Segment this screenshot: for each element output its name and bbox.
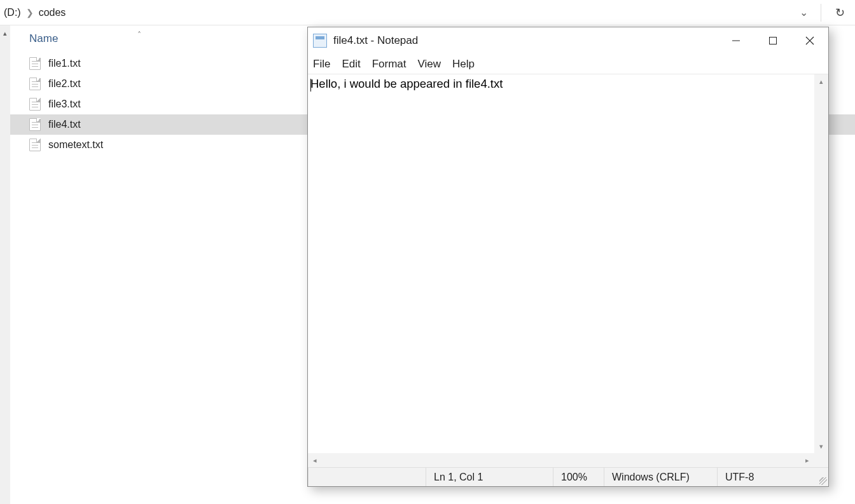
chevron-right-icon: ❯ <box>26 8 34 18</box>
menu-format[interactable]: Format <box>372 58 407 71</box>
menu-view[interactable]: View <box>418 58 441 71</box>
divider <box>308 468 309 486</box>
resize-grip-icon[interactable] <box>819 477 827 485</box>
status-encoding: UTF-8 <box>717 468 828 486</box>
text-file-icon <box>29 118 41 131</box>
svg-rect-1 <box>770 37 777 44</box>
menu-help[interactable]: Help <box>452 58 475 71</box>
scroll-up-icon[interactable]: ▴ <box>0 29 10 37</box>
breadcrumb-drive[interactable]: (D:) <box>4 7 21 18</box>
scroll-right-icon[interactable]: ▸ <box>800 456 814 465</box>
minimize-button[interactable] <box>718 27 754 54</box>
vertical-scrollbar[interactable]: ▴ ▾ <box>814 74 828 453</box>
scroll-down-icon[interactable]: ▾ <box>814 439 828 453</box>
explorer-address-bar: (D:) ❯ codes ⌄ ↻ <box>0 0 855 25</box>
breadcrumb[interactable]: (D:) ❯ codes <box>4 7 66 18</box>
notepad-titlebar[interactable]: file4.txt - Notepad <box>308 27 828 54</box>
column-header-label: Name <box>29 32 58 45</box>
scroll-left-icon[interactable]: ◂ <box>308 456 322 465</box>
menu-edit[interactable]: Edit <box>342 58 360 71</box>
divider <box>821 4 821 22</box>
notepad-window: file4.txt - Notepad File Edit Format Vie… <box>307 27 829 487</box>
history-dropdown-button[interactable]: ⌄ <box>795 4 813 21</box>
file-name: file2.txt <box>48 78 81 90</box>
file-name: file1.txt <box>48 58 81 69</box>
file-name: sometext.txt <box>48 139 103 151</box>
notepad-text-area[interactable]: Hello, i would be appeared in file4.txt <box>308 74 814 453</box>
notepad-menubar: File Edit Format View Help <box>308 54 828 74</box>
status-position: Ln 1, Col 1 <box>426 468 553 486</box>
text-file-icon <box>29 139 41 151</box>
refresh-button[interactable]: ↻ <box>829 3 851 22</box>
close-button[interactable] <box>791 27 828 54</box>
file-name: file4.txt <box>48 119 81 130</box>
maximize-icon <box>768 36 777 45</box>
chevron-up-icon: ˄ <box>137 31 141 39</box>
text-file-icon <box>29 98 41 111</box>
nav-scrollbar[interactable]: ▴ <box>0 25 10 504</box>
minimize-icon <box>732 36 740 45</box>
breadcrumb-folder[interactable]: codes <box>39 7 66 18</box>
menu-file[interactable]: File <box>313 58 330 71</box>
status-zoom: 100% <box>553 468 604 486</box>
scroll-up-icon[interactable]: ▴ <box>814 74 828 88</box>
close-icon <box>805 36 814 45</box>
notepad-statusbar: Ln 1, Col 1 100% Windows (CRLF) UTF-8 <box>308 467 828 486</box>
notepad-content: Hello, i would be appeared in file4.txt <box>310 77 503 90</box>
status-line-ending: Windows (CRLF) <box>604 468 717 486</box>
file-name: file3.txt <box>48 99 81 110</box>
text-file-icon <box>29 57 41 70</box>
maximize-button[interactable] <box>754 27 791 54</box>
notepad-app-icon <box>313 34 327 48</box>
window-title: file4.txt - Notepad <box>333 34 418 47</box>
text-file-icon <box>29 78 41 90</box>
horizontal-scrollbar[interactable]: ◂ ▸ <box>308 453 828 467</box>
